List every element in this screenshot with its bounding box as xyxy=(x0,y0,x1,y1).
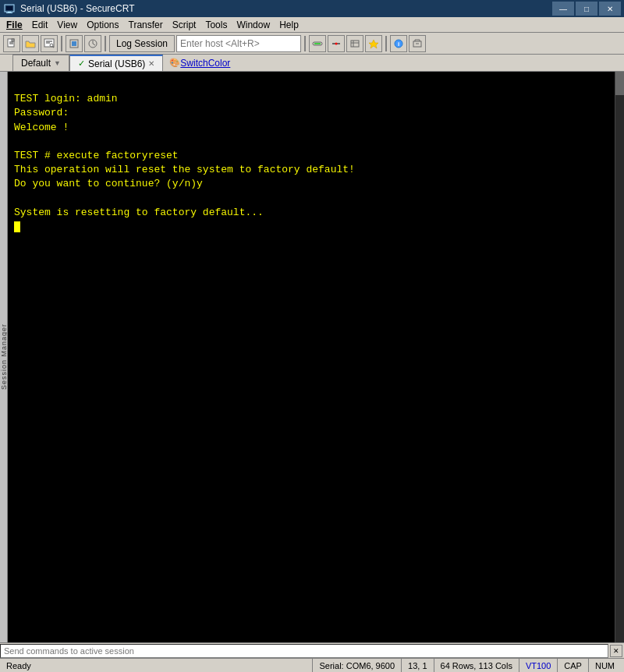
title-controls: — □ ✕ xyxy=(552,2,621,16)
tab-serial-usb6[interactable]: ✓ Serial (USB6) ✕ xyxy=(69,55,163,71)
session-manager-label: Session Manager xyxy=(0,324,8,390)
toolbar-new-btn[interactable] xyxy=(3,35,20,52)
svg-rect-23 xyxy=(351,41,359,47)
tab-default-dropdown[interactable]: ▼ xyxy=(54,59,61,67)
svg-line-17 xyxy=(93,44,95,45)
svg-text:i: i xyxy=(398,41,399,48)
serial-info-text: Serial: COM6, 9600 xyxy=(319,661,395,670)
minimize-button[interactable]: — xyxy=(552,2,574,16)
svg-rect-19 xyxy=(314,43,321,44)
toolbar-btn-11[interactable] xyxy=(409,35,426,52)
toolbar-connect-btn[interactable] xyxy=(309,35,326,52)
toolbar-btn-9[interactable] xyxy=(365,35,382,52)
status-num: NUM xyxy=(588,659,621,672)
status-dimensions: 64 Rows, 113 Cols xyxy=(434,659,519,672)
window-title: Serial (USB6) - SecureCRT xyxy=(20,3,134,14)
tab-default-label: Default xyxy=(21,58,51,69)
status-serial-info: Serial: COM6, 9600 xyxy=(312,659,401,672)
menu-options[interactable]: Options xyxy=(82,18,123,32)
toolbar-properties-btn[interactable] xyxy=(41,35,58,52)
svg-rect-5 xyxy=(12,39,14,41)
menu-edit[interactable]: Edit xyxy=(27,18,53,32)
tab-active-icon: ✓ xyxy=(78,58,85,69)
svg-rect-3 xyxy=(6,12,12,13)
toolbar-sep-3 xyxy=(304,36,306,51)
maximize-button[interactable]: □ xyxy=(576,2,597,16)
session-area: Default ▼ ✓ Serial (USB6) ✕ 🎨 SwitchColo… xyxy=(0,55,624,72)
menu-script[interactable]: Script xyxy=(168,18,201,32)
switch-color-area: 🎨 SwitchColor xyxy=(163,55,236,71)
switch-color-icon: 🎨 xyxy=(169,58,180,68)
scrollbar-thumb[interactable] xyxy=(615,72,624,95)
host-input[interactable] xyxy=(176,35,301,52)
svg-rect-2 xyxy=(8,12,11,12)
tab-serial-label: Serial (USB6) xyxy=(88,58,145,69)
svg-line-12 xyxy=(53,46,55,48)
toolbar-btn-10[interactable]: i xyxy=(390,35,407,52)
caps-text: CAP xyxy=(564,661,582,670)
switch-color-label[interactable]: SwitchColor xyxy=(180,58,230,69)
menu-tools[interactable]: Tools xyxy=(200,18,232,32)
toolbar-disconnect-btn[interactable] xyxy=(328,35,345,52)
scrollbar-track xyxy=(615,72,624,642)
svg-rect-14 xyxy=(72,41,76,46)
terminal-scrollbar[interactable] xyxy=(615,72,624,642)
toolbar-btn-8[interactable] xyxy=(346,35,363,52)
toolbar: Log Session i xyxy=(0,33,624,55)
terminal-container[interactable]: TEST login: admin Password: Welcome ! TE… xyxy=(8,72,624,642)
svg-point-22 xyxy=(335,42,338,44)
status-ready: Ready xyxy=(3,661,312,670)
menu-help[interactable]: Help xyxy=(275,18,303,32)
status-position: 13, 1 xyxy=(401,659,433,672)
command-bar: ✕ xyxy=(0,642,624,658)
status-terminal-type: VT100 xyxy=(519,659,557,672)
terminal-type-text: VT100 xyxy=(526,661,551,670)
menu-file[interactable]: File xyxy=(2,18,27,32)
toolbar-open-btn[interactable] xyxy=(22,35,39,52)
svg-rect-1 xyxy=(6,6,12,10)
menu-bar: File Edit View Options Transfer Script T… xyxy=(0,17,624,33)
command-input[interactable] xyxy=(0,644,608,658)
tab-close-button[interactable]: ✕ xyxy=(148,59,154,68)
menu-window[interactable]: Window xyxy=(232,18,275,32)
app-icon xyxy=(3,2,16,15)
session-manager-sidebar: Session Manager xyxy=(0,72,8,642)
main-layout: Session Manager TEST login: admin Passwo… xyxy=(0,72,624,642)
status-bar: Ready Serial: COM6, 9600 13, 1 64 Rows, … xyxy=(0,658,624,672)
toolbar-sep-4 xyxy=(385,36,387,51)
toolbar-sep-1 xyxy=(61,36,62,51)
command-close-button[interactable]: ✕ xyxy=(610,645,622,657)
menu-transfer[interactable]: Transfer xyxy=(124,18,168,32)
dimensions-text: 64 Rows, 113 Cols xyxy=(441,661,512,670)
status-caps: CAP xyxy=(557,659,588,672)
toolbar-btn-5[interactable] xyxy=(84,35,101,52)
toolbar-sep-2 xyxy=(105,36,106,51)
terminal-output: TEST login: admin Password: Welcome ! TE… xyxy=(8,72,615,642)
log-session-button[interactable]: Log Session xyxy=(109,35,175,52)
menu-view[interactable]: View xyxy=(52,18,82,32)
tab-default[interactable]: Default ▼ xyxy=(12,55,69,71)
title-bar-left: Serial (USB6) - SecureCRT xyxy=(3,2,134,15)
tabs-container: Default ▼ ✓ Serial (USB6) ✕ 🎨 SwitchColo… xyxy=(12,55,236,71)
toolbar-btn-4[interactable] xyxy=(66,35,83,52)
num-text: NUM xyxy=(595,661,615,670)
position-text: 13, 1 xyxy=(408,661,427,670)
close-button[interactable]: ✕ xyxy=(599,2,621,16)
title-bar: Serial (USB6) - SecureCRT — □ ✕ xyxy=(0,0,624,17)
